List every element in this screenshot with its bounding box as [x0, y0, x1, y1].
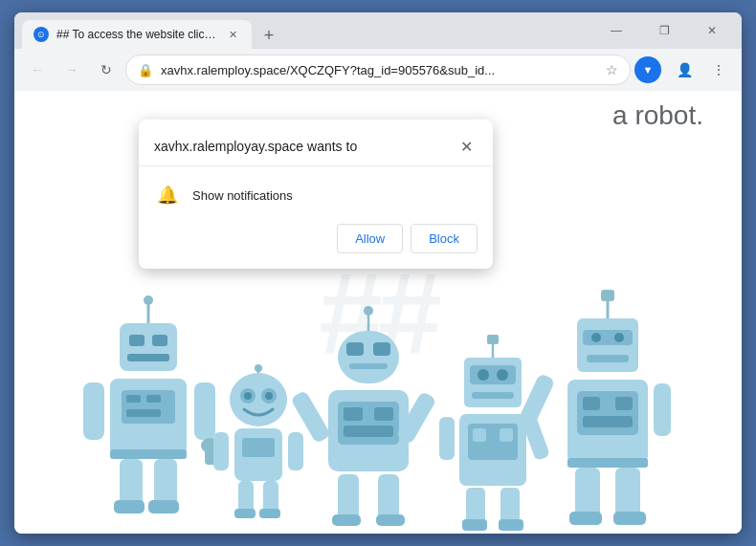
- svg-rect-87: [654, 383, 671, 436]
- profile-button[interactable]: 👤: [669, 55, 700, 85]
- active-tab[interactable]: ⊙ ## To access the website click th ✕: [22, 20, 252, 49]
- svg-rect-9: [146, 395, 161, 403]
- svg-rect-39: [373, 342, 390, 356]
- bell-icon: 🔔: [154, 182, 181, 208]
- dialog-title: xavhx.ralemployay.space wants to: [154, 139, 357, 154]
- svg-rect-5: [127, 354, 169, 361]
- dialog-divider: [139, 165, 493, 166]
- svg-rect-58: [472, 392, 514, 399]
- permission-row: 🔔 Show notifications: [139, 174, 493, 224]
- svg-rect-37: [338, 331, 399, 383]
- svg-rect-15: [148, 500, 179, 513]
- svg-rect-72: [583, 330, 633, 345]
- back-icon: ←: [31, 62, 44, 77]
- svg-rect-75: [587, 355, 629, 362]
- favicon-icon: ⊙: [37, 30, 45, 39]
- svg-rect-8: [126, 395, 141, 403]
- svg-point-56: [478, 369, 489, 381]
- svg-rect-12: [120, 459, 143, 507]
- svg-rect-13: [154, 459, 177, 507]
- svg-rect-80: [583, 416, 633, 427]
- svg-rect-84: [569, 512, 602, 525]
- window-controls: — ❐ ✕: [594, 16, 734, 45]
- svg-rect-34: [288, 432, 303, 470]
- svg-rect-66: [499, 519, 523, 531]
- lock-icon: 🔒: [138, 63, 153, 77]
- refresh-icon: ↻: [100, 62, 112, 77]
- svg-rect-43: [344, 407, 363, 421]
- svg-rect-38: [346, 342, 364, 356]
- url-text: xavhx.ralemploy.space/XQCZQFY?tag_id=905…: [161, 63, 598, 77]
- back-button[interactable]: ←: [22, 55, 53, 85]
- forward-icon: →: [65, 62, 78, 77]
- permission-dialog: xavhx.ralemployay.space wants to ✕ 🔔 Sho…: [139, 120, 493, 269]
- svg-rect-14: [114, 500, 145, 513]
- svg-rect-79: [615, 397, 633, 410]
- close-window-button[interactable]: ✕: [690, 16, 734, 45]
- dialog-close-button[interactable]: ✕: [455, 135, 478, 158]
- svg-point-22: [230, 373, 287, 426]
- svg-rect-3: [129, 335, 145, 346]
- svg-rect-67: [439, 417, 455, 460]
- svg-rect-31: [234, 509, 256, 518]
- permission-label: Show notifications: [192, 188, 293, 203]
- menu-button[interactable]: ⋮: [703, 55, 734, 85]
- svg-rect-78: [583, 397, 600, 410]
- svg-rect-49: [376, 514, 405, 526]
- svg-rect-53: [487, 335, 499, 344]
- allow-button[interactable]: Allow: [337, 224, 403, 253]
- svg-rect-65: [462, 519, 487, 531]
- tab-strip: ⊙ ## To access the website click th ✕ +: [22, 12, 590, 49]
- svg-rect-55: [470, 365, 516, 384]
- svg-point-1: [144, 295, 153, 305]
- title-bar: ⊙ ## To access the website click th ✕ + …: [14, 12, 742, 49]
- maximize-button[interactable]: ❐: [642, 16, 686, 45]
- svg-point-21: [255, 364, 262, 372]
- refresh-button[interactable]: ↻: [91, 55, 122, 85]
- dialog-header: xavhx.ralemployay.space wants to ✕: [139, 120, 493, 165]
- svg-rect-44: [374, 407, 393, 421]
- new-tab-button[interactable]: +: [256, 22, 282, 49]
- svg-point-26: [265, 392, 273, 400]
- minimize-button[interactable]: —: [594, 16, 638, 45]
- tab-title: ## To access the website click th: [56, 28, 217, 41]
- svg-rect-32: [259, 509, 280, 518]
- svg-rect-2: [120, 323, 177, 371]
- block-button[interactable]: Block: [411, 224, 478, 253]
- svg-point-25: [244, 392, 252, 400]
- svg-rect-48: [332, 514, 361, 526]
- svg-point-36: [364, 306, 373, 316]
- tab-favicon: ⊙: [33, 27, 49, 42]
- browser-window: ⊙ ## To access the website click th ✕ + …: [14, 12, 742, 534]
- content-area: ## a robot.: [14, 91, 742, 534]
- svg-rect-62: [500, 428, 513, 442]
- extension-icon[interactable]: ▼: [634, 56, 661, 83]
- robots-illustration: [14, 285, 742, 534]
- svg-rect-40: [349, 363, 388, 369]
- svg-point-73: [591, 333, 601, 342]
- svg-rect-33: [213, 432, 229, 470]
- tab-close-button[interactable]: ✕: [225, 27, 240, 42]
- svg-point-57: [497, 369, 508, 381]
- svg-rect-70: [601, 290, 614, 301]
- svg-rect-61: [473, 428, 486, 442]
- svg-point-74: [614, 333, 624, 342]
- svg-rect-11: [110, 449, 187, 459]
- navigation-bar: ← → ↻ 🔒 xavhx.ralemploy.space/XQCZQFY?ta…: [14, 49, 742, 91]
- svg-rect-28: [242, 438, 275, 457]
- svg-rect-85: [613, 512, 646, 525]
- robots-svg: [72, 285, 684, 534]
- svg-rect-10: [126, 409, 161, 417]
- ext-arrow: ▼: [643, 64, 654, 76]
- svg-rect-86: [517, 373, 556, 430]
- svg-rect-45: [344, 426, 393, 437]
- svg-rect-81: [567, 458, 648, 468]
- profile-icon: 👤: [677, 62, 693, 77]
- menu-icon: ⋮: [712, 62, 725, 77]
- svg-rect-17: [194, 382, 215, 440]
- bookmark-icon[interactable]: ☆: [606, 62, 618, 77]
- forward-button[interactable]: →: [56, 55, 87, 85]
- svg-rect-4: [152, 335, 167, 346]
- address-bar[interactable]: 🔒 xavhx.ralemploy.space/XQCZQFY?tag_id=9…: [125, 55, 631, 85]
- dialog-buttons: Allow Block: [139, 224, 493, 269]
